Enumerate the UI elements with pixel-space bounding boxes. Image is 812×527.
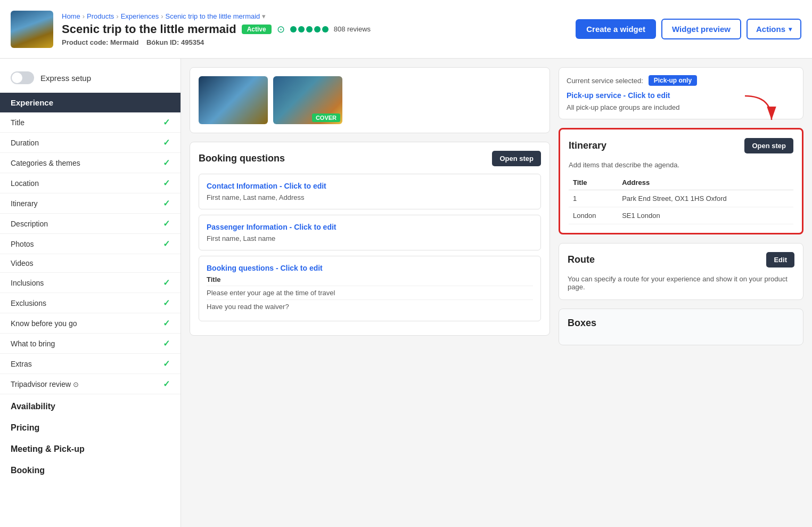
route-description: You can specify a route for your experie… <box>568 275 794 291</box>
review-count: 808 reviews <box>334 25 371 33</box>
express-setup-label: Express setup <box>40 74 91 83</box>
pickup-only-badge: Pick-up only <box>649 75 697 86</box>
itinerary-open-step-button[interactable]: Open step <box>744 138 793 153</box>
sidebar-item-inclusions[interactable]: Inclusions ✓ <box>0 273 181 293</box>
sidebar-item-categories[interactable]: Categories & themes ✓ <box>0 153 181 173</box>
middle-column: COVER Booking questions Open step Contac… <box>190 67 550 518</box>
sidebar-item-exclusions[interactable]: Exclusions ✓ <box>0 293 181 313</box>
breadcrumb-experiences[interactable]: Experiences <box>121 12 159 20</box>
cover-badge: COVER <box>312 113 340 122</box>
sidebar-meeting-pickup[interactable]: Meeting & Pick-up <box>0 437 181 458</box>
breadcrumb: Home › Products › Experiences › Scenic t… <box>62 12 371 20</box>
sidebar-item-label-inclusions: Inclusions <box>11 279 44 287</box>
sidebar-item-duration[interactable]: Duration ✓ <box>0 133 181 153</box>
red-arrow-annotation <box>734 93 777 125</box>
create-widget-button[interactable]: Create a widget <box>576 19 656 39</box>
actions-label: Actions <box>756 25 785 34</box>
chevron-down-icon: ▾ <box>789 26 792 33</box>
main-layout: Express setup Experience Title ✓ Duratio… <box>0 59 812 527</box>
sidebar-item-label-what-to-bring: What to bring <box>11 339 55 348</box>
rating-dot-3 <box>306 26 313 33</box>
booking-questions-header: Booking questions Open step <box>199 151 541 166</box>
sidebar-item-photos[interactable]: Photos ✓ <box>0 234 181 254</box>
route-edit-button[interactable]: Edit <box>766 252 794 267</box>
product-code-label: Product code: <box>62 38 108 46</box>
check-photos: ✓ <box>163 239 170 249</box>
current-service-row: Current service selected: Pick-up only <box>567 75 795 86</box>
sidebar-item-videos[interactable]: Videos <box>0 254 181 273</box>
sidebar-item-itinerary[interactable]: Itinerary ✓ <box>0 193 181 214</box>
rating-dot-1 <box>290 26 297 33</box>
breadcrumb-products[interactable]: Products <box>87 12 114 20</box>
check-tripadvisor: ✓ <box>163 379 170 389</box>
product-code-value: Mermaid <box>110 38 138 46</box>
contact-info-text: First name, Last name, Address <box>207 193 533 201</box>
header-left: Home › Products › Experiences › Scenic t… <box>11 11 371 48</box>
booking-questions-card: Booking questions Open step Contact Info… <box>190 142 550 336</box>
sidebar: Express setup Experience Title ✓ Duratio… <box>0 59 181 527</box>
bokun-id-value: 495354 <box>181 38 204 46</box>
booking-question-item-1: Please enter your age at the time of tra… <box>207 286 533 299</box>
photo-thumb-2[interactable]: COVER <box>273 76 342 124</box>
check-inclusions: ✓ <box>163 278 170 288</box>
actions-button[interactable]: Actions ▾ <box>747 19 801 39</box>
itinerary-row-1-address: Park End Street, OX1 1HS Oxford <box>618 190 793 207</box>
sidebar-item-label-know-before: Know before you go <box>11 319 77 328</box>
right-column: Current service selected: Pick-up only P… <box>559 67 803 518</box>
express-setup-toggle[interactable] <box>11 71 34 84</box>
photos-card: COVER <box>190 67 550 133</box>
breadcrumb-chevron: ▾ <box>262 12 266 20</box>
header-info: Home › Products › Experiences › Scenic t… <box>62 12 371 46</box>
sidebar-item-description[interactable]: Description ✓ <box>0 214 181 234</box>
rating-dot-5 <box>322 26 329 33</box>
boxes-title: Boxes <box>568 318 596 329</box>
breadcrumb-sep2: › <box>116 12 118 20</box>
passenger-info-title[interactable]: Passenger Information - Click to edit <box>207 223 533 231</box>
contact-info-title[interactable]: Contact Information - Click to edit <box>207 182 533 190</box>
sidebar-item-extras[interactable]: Extras ✓ <box>0 354 181 374</box>
check-itinerary: ✓ <box>163 198 170 208</box>
itinerary-header: Itinerary Open step <box>569 138 793 153</box>
itinerary-row-1-title: 1 <box>569 190 618 207</box>
sidebar-pricing[interactable]: Pricing <box>0 416 181 437</box>
breadcrumb-product-name[interactable]: Scenic trip to the little mermaid <box>166 12 260 20</box>
check-extras: ✓ <box>163 359 170 369</box>
sidebar-item-title[interactable]: Title ✓ <box>0 112 181 133</box>
contact-info-section: Contact Information - Click to edit Firs… <box>199 174 541 209</box>
booking-questions-edit-title[interactable]: Booking questions - Click to edit <box>207 264 533 272</box>
check-know-before: ✓ <box>163 318 170 328</box>
sidebar-item-label-categories: Categories & themes <box>11 159 80 167</box>
current-service-label: Current service selected: <box>567 77 643 85</box>
itinerary-col-title: Title <box>569 175 618 190</box>
booking-questions-title: Booking questions <box>199 153 285 164</box>
sidebar-item-label-tripadvisor: Tripadvisor review ⊙ <box>11 380 79 388</box>
check-duration: ✓ <box>163 137 170 148</box>
sidebar-item-what-to-bring[interactable]: What to bring ✓ <box>0 334 181 354</box>
booking-question-label: Title <box>207 275 533 283</box>
sidebar-item-know-before[interactable]: Know before you go ✓ <box>0 313 181 334</box>
main-content: COVER Booking questions Open step Contac… <box>181 59 812 527</box>
itinerary-card: Itinerary Open step Add items that descr… <box>559 128 803 234</box>
itinerary-title: Itinerary <box>569 140 606 151</box>
sidebar-availability[interactable]: Availability <box>0 394 181 416</box>
sidebar-item-label-location: Location <box>11 179 39 188</box>
breadcrumb-sep3: › <box>161 12 163 20</box>
sidebar-experience-header: Experience <box>0 93 181 112</box>
itinerary-wrapper: Itinerary Open step Add items that descr… <box>559 128 803 234</box>
sidebar-item-label-itinerary: Itinerary <box>11 199 38 208</box>
sidebar-item-label-extras: Extras <box>11 360 32 368</box>
breadcrumb-home[interactable]: Home <box>62 12 80 20</box>
sidebar-booking[interactable]: Booking <box>0 458 181 480</box>
check-location: ✓ <box>163 178 170 188</box>
sidebar-item-tripadvisor[interactable]: Tripadvisor review ⊙ ✓ <box>0 374 181 394</box>
widget-preview-button[interactable]: Widget preview <box>661 19 741 39</box>
itinerary-row-1: 1 Park End Street, OX1 1HS Oxford <box>569 190 793 207</box>
product-thumbnail <box>11 11 53 48</box>
sidebar-item-label-duration: Duration <box>11 139 39 147</box>
booking-questions-open-step-button[interactable]: Open step <box>492 151 541 166</box>
itinerary-row-2-title: London <box>569 207 618 224</box>
route-card: Route Edit You can specify a route for y… <box>559 243 803 300</box>
photo-thumb-1[interactable] <box>199 76 268 124</box>
sidebar-item-location[interactable]: Location ✓ <box>0 173 181 193</box>
tripadvisor-icon: ⊙ <box>277 23 285 35</box>
